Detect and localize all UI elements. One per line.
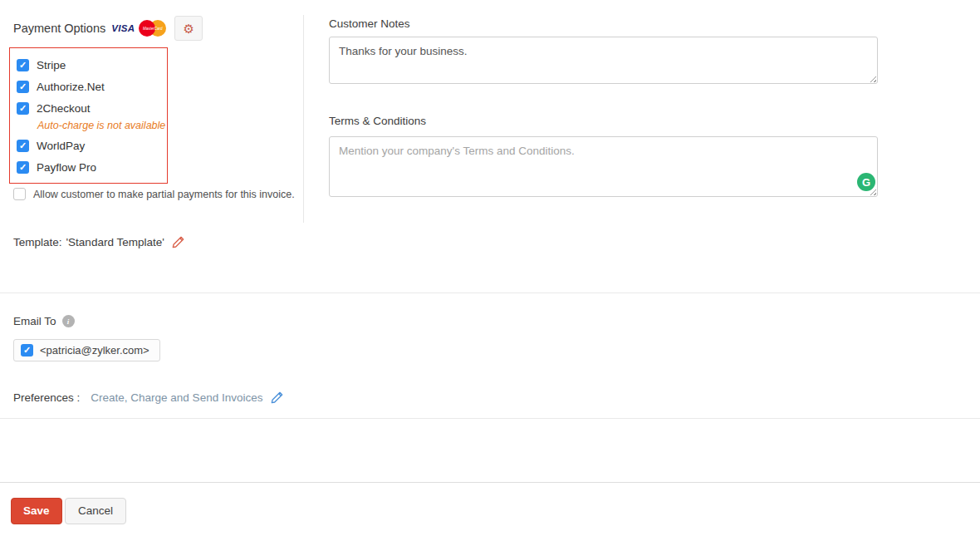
autocharge-unavailable-note: Auto-charge is not available <box>37 120 167 132</box>
gateway-label: WorldPay <box>37 140 85 152</box>
mastercard-logo-icon: MasterCard <box>139 20 166 37</box>
save-button[interactable]: Save <box>11 498 62 524</box>
email-to-row: Email To i <box>13 315 75 327</box>
gateway-row-stripe: Stripe <box>17 57 167 72</box>
gateway-label: 2Checkout <box>37 102 91 115</box>
partial-payment-checkbox[interactable] <box>13 188 26 200</box>
mastercard-logo-text: MasterCard <box>139 27 166 31</box>
payment-options-title: Payment Options <box>13 22 105 35</box>
gateway-row-authorize-net: Authorize.Net <box>17 79 167 94</box>
2checkout-checkbox[interactable] <box>17 102 29 115</box>
preferences-row: Preferences : Create, Charge and Send In… <box>13 391 284 404</box>
cancel-button[interactable]: Cancel <box>65 498 126 524</box>
gateway-row-payflow-pro: Payflow Pro <box>17 160 167 175</box>
email-recipient-box: <patricia@zylker.com> <box>13 339 160 361</box>
column-divider <box>303 15 304 223</box>
template-value: 'Standard Template' <box>66 236 164 248</box>
worldpay-checkbox[interactable] <box>17 140 29 152</box>
customer-notes-field-wrap: Thanks for your business. <box>329 37 878 84</box>
partial-payment-label: Allow customer to make partial payments … <box>33 189 295 200</box>
section-divider <box>0 293 980 293</box>
gateway-row-2checkout: 2Checkout <box>17 101 167 116</box>
terms-conditions-label: Terms & Conditions <box>329 115 426 127</box>
payment-options-header: Payment Options VISA MasterCard <box>13 15 203 42</box>
payflow-pro-checkbox[interactable] <box>17 161 29 174</box>
gateway-label: Authorize.Net <box>37 81 105 93</box>
template-row: Template: 'Standard Template' <box>13 235 185 248</box>
authorize-net-checkbox[interactable] <box>17 81 29 93</box>
edit-template-icon[interactable] <box>172 235 185 248</box>
customer-notes-label: Customer Notes <box>329 17 410 30</box>
terms-conditions-field-wrap: G <box>329 136 878 197</box>
visa-logo-icon: VISA <box>111 23 135 33</box>
payment-gateway-settings-button[interactable] <box>174 16 203 41</box>
gateway-label: Payflow Pro <box>37 161 96 174</box>
gateway-label: Stripe <box>37 59 66 71</box>
info-icon[interactable]: i <box>62 315 75 327</box>
gateway-row-worldpay: WorldPay <box>17 138 167 153</box>
preferences-value[interactable]: Create, Charge and Send Invoices <box>91 391 262 404</box>
email-recipient-address: <patricia@zylker.com> <box>40 344 149 357</box>
terms-conditions-textarea[interactable] <box>329 136 878 197</box>
email-to-label: Email To <box>13 315 56 327</box>
gateway-list-highlight-box: Stripe Authorize.Net 2Checkout Auto-char… <box>9 47 168 184</box>
section-divider <box>0 418 980 419</box>
footer-action-bar: Save Cancel <box>0 482 980 536</box>
partial-payment-row: Allow customer to make partial payments … <box>13 188 295 200</box>
customer-notes-textarea[interactable]: Thanks for your business. <box>329 37 878 84</box>
grammarly-icon[interactable]: G <box>857 173 875 191</box>
gear-icon <box>184 22 194 35</box>
stripe-checkbox[interactable] <box>17 59 29 71</box>
payment-settings-page: Payment Options VISA MasterCard Stripe A… <box>0 0 980 536</box>
email-recipient-checkbox[interactable] <box>21 344 33 357</box>
edit-preferences-icon[interactable] <box>271 391 284 404</box>
preferences-label: Preferences : <box>13 391 80 404</box>
template-label: Template: <box>13 236 62 248</box>
